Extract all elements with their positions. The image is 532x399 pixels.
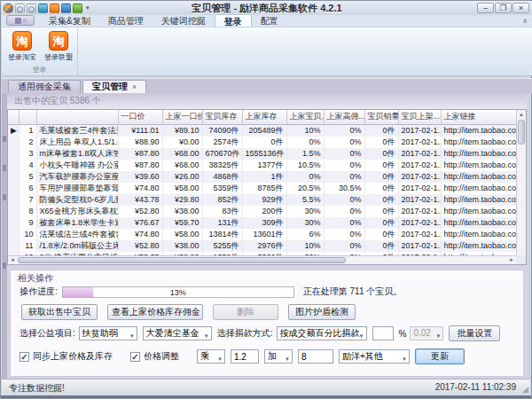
cell-supplier-link[interactable]: http://item.taobao.com/it — [441, 240, 518, 252]
header-sales[interactable]: 宝贝销量 — [364, 110, 398, 124]
multiply-op-select[interactable]: 乘 — [197, 349, 225, 364]
cell-supplier-link[interactable]: http://item.taobao.com/it — [441, 229, 518, 240]
scroll-right-icon[interactable]: ► — [507, 256, 516, 264]
donation-method-select[interactable]: 按成交额百分比捐款 — [277, 326, 367, 340]
tab-collect-copy[interactable]: 采集&复制 — [40, 14, 99, 27]
header-supplier-stock[interactable]: 上家库存 — [242, 110, 286, 124]
close-button[interactable]: × — [512, 3, 529, 13]
horizontal-scroll-thumb[interactable] — [18, 257, 346, 263]
resize-grip[interactable]: ◢ — [522, 385, 528, 394]
cell-supplier-link[interactable]: http://item.taobao.com/it — [441, 171, 518, 183]
tab-login[interactable]: 登录 — [215, 14, 252, 27]
charity-project-select[interactable]: 扶贫助弱 — [79, 326, 137, 340]
header-supplier-price[interactable]: 上家一口价 — [162, 110, 202, 124]
table-row[interactable]: 6 车用护腰腰部靠垫靠背腰托... ¥74.80 ¥58.00 5359件 87… — [8, 183, 518, 194]
cell-supplier-link[interactable]: http://item.taobao.com/it — [441, 148, 518, 160]
cell-product-name[interactable]: 小枕头午睡神器 办公室午睡... — [36, 160, 118, 171]
cell-supplier-link[interactable]: http://item.taobao.com/it — [441, 137, 518, 148]
login-alliance-button[interactable]: 淘 登录联盟 — [41, 30, 76, 67]
add-amount-input[interactable] — [298, 349, 333, 364]
ribbon-collapse-icon[interactable]: ∧ — [522, 17, 528, 25]
fetch-onsale-button[interactable]: 获取出售中宝贝 — [21, 304, 98, 320]
table-row[interactable]: 10 法莱绒法兰绒4件套被套冬... ¥74.80 ¥58.00 13814件 … — [8, 229, 518, 240]
image-shield-button[interactable]: 图片护盾检测 — [288, 304, 356, 320]
table-row[interactable]: 5 汽车载护腰靠办公室座椅靠垫... ¥39.60 ¥26.00 4868件 1… — [8, 171, 518, 183]
batch-settings-button[interactable]: 批量设置 — [449, 325, 500, 341]
doc-tab-commission-collect[interactable]: 通用佣金采集 — [8, 80, 81, 93]
tab-keyword-mining[interactable]: 关键词挖掘 — [153, 14, 215, 27]
table-row[interactable]: ▶ 1 毛莱绒被套三4件套法兰绒1.8... ¥111.01 ¥89.10 74… — [8, 124, 518, 137]
header-name[interactable] — [36, 110, 118, 124]
header-listed-date[interactable]: 宝贝上架... — [398, 110, 441, 124]
cell-supplier-rate: 30% — [286, 206, 324, 217]
zoom-in-icon[interactable] — [27, 4, 36, 13]
application-button[interactable] — [6, 15, 35, 26]
table-row[interactable]: 2 床上用品 单双人1.5/1.8/2.... ¥88.90 ¥0.00 257… — [8, 137, 518, 148]
cell-supplier-rate: 0% — [286, 171, 324, 183]
start-icon[interactable] — [73, 4, 82, 13]
doc-tab-item-manage[interactable]: 宝贝管理× — [82, 80, 146, 93]
cell-product-name[interactable]: 毛莱绒被套三4件套法兰绒1.8... — [36, 124, 118, 137]
ribbon-content: 淘 登录淘宝 淘 登录联盟 登录 — [2, 27, 532, 76]
scroll-up-icon[interactable]: ▲ — [517, 110, 526, 119]
vertical-scrollbar[interactable]: ▲ — [516, 110, 526, 255]
horizontal-scrollbar[interactable]: ◄ ► — [8, 255, 516, 264]
scroll-left-icon[interactable]: ◄ — [8, 256, 17, 264]
cell-supplier-high-rate: 0% — [324, 206, 364, 217]
charity-fund-select[interactable]: 大爱清尘基金 — [143, 326, 212, 340]
zoom-out-icon[interactable] — [15, 4, 25, 13]
tab-config[interactable]: 配置 — [252, 14, 287, 27]
cell-product-name[interactable]: 被套床单1.8米学生卡通简约... — [36, 217, 118, 229]
multiply-factor-input[interactable] — [231, 349, 259, 364]
header-supplier-link[interactable]: 上家链接 — [441, 110, 518, 124]
cell-product-name[interactable]: /1.8米/2.0m韩版公主床套床... — [36, 240, 118, 252]
table-row[interactable]: 8 X65金桃方形床头靠枕靠背大... ¥52.80 ¥38.00 83件 20… — [8, 206, 518, 217]
donation-percent-input[interactable] — [372, 326, 394, 340]
titlebar: ▾ 宝贝管理 - 励洋商品采集软件 4.2.1 – ❐ × — [1, 1, 532, 15]
vertical-scroll-thumb[interactable] — [518, 120, 525, 145]
cell-stock: 5255件 — [202, 240, 242, 252]
table-row[interactable]: 11 /1.8米/2.0m韩版公主床套床... ¥52.80 ¥38.00 52… — [8, 240, 518, 252]
header-supplier-high-rate[interactable]: 上家高佣... — [324, 110, 364, 124]
settings-icon[interactable] — [61, 4, 71, 13]
cell-supplier-link[interactable]: http://item.taobao.com/it — [441, 194, 518, 206]
add-op-select[interactable]: 加 — [264, 349, 293, 364]
cell-supplier-link[interactable]: http://item.taobao.com/it — [441, 124, 518, 137]
table-row[interactable]: 9 被套床单1.8米学生卡通简约... ¥76.67 ¥59.70 131件 3… — [8, 217, 518, 229]
cell-listed-date: 2017-02-1... — [398, 124, 441, 137]
cell-product-name[interactable]: 防偏头定型枕0-6岁儿童 宝宝... — [36, 194, 118, 206]
cell-product-name[interactable]: X65金桃方形床头靠枕靠背大... — [36, 206, 118, 217]
window-icon[interactable] — [38, 4, 48, 13]
minimize-button[interactable]: – — [477, 3, 494, 13]
cell-supplier-link[interactable]: http://item.taobao.com/it — [441, 183, 518, 194]
cell-product-name[interactable]: 车用护腰腰部靠垫靠背腰托... — [36, 183, 118, 194]
folder-icon[interactable] — [50, 4, 59, 13]
sync-price-stock-checkbox[interactable]: ✓ 同步上家价格及库存 — [20, 350, 116, 363]
header-supplier-rate[interactable]: 上家宝贝... — [286, 110, 324, 124]
delete-button[interactable]: 删除 — [213, 304, 278, 320]
price-adjust-checkbox[interactable]: ✓ 价格调整 — [130, 350, 183, 363]
cell-product-name[interactable]: 床上用品 单双人1.5/1.8/2.... — [36, 137, 118, 148]
percent-sign: % — [399, 329, 407, 339]
table-row[interactable]: 7 防偏头定型枕0-6岁儿童 宝宝... ¥43.78 ¥29.80 852件 … — [8, 194, 518, 206]
tab-close-icon[interactable]: × — [132, 82, 137, 91]
update-button[interactable]: 更新 — [415, 348, 465, 364]
maximize-button[interactable]: ❐ — [495, 3, 512, 13]
cell-sales: 0件 — [364, 171, 398, 183]
header-price[interactable]: 一口价 — [118, 110, 162, 124]
header-stock[interactable]: 宝贝库存 — [202, 110, 242, 124]
check-supplier-button[interactable]: 查看上家价格库存佣金 — [107, 304, 203, 320]
cell-product-name[interactable]: 汽车载护腰靠办公室座椅靠垫... — [36, 171, 118, 183]
cell-supplier-link[interactable]: http://item.taobao.com/it — [441, 160, 518, 171]
table-row[interactable]: 4 小枕头午睡神器 办公室午睡... ¥87.80 ¥68.00 38325件 … — [8, 160, 518, 171]
cell-product-name[interactable]: m床单被套1.8双人床笠1.2褥... — [36, 148, 118, 160]
table-row[interactable]: 3 m床单被套1.8双人床笠1.2褥... ¥87.80 ¥68.00 6706… — [8, 148, 518, 160]
login-taobao-button[interactable]: 淘 登录淘宝 — [4, 30, 40, 67]
tab-product-manage[interactable]: 商品管理 — [99, 14, 153, 27]
cell-supplier-rate: 10.5% — [286, 160, 324, 171]
cell-supplier-link[interactable]: http://item.taobao.com/it — [441, 206, 518, 217]
scheme-select[interactable]: 励洋+其他 — [339, 349, 410, 364]
cell-product-name[interactable]: 法莱绒法兰绒4件套被套冬... — [36, 229, 118, 240]
qat-dropdown-arrow-icon[interactable]: ▾ — [84, 4, 91, 12]
cell-supplier-link[interactable]: http://item.taobao.com/it — [441, 217, 518, 229]
